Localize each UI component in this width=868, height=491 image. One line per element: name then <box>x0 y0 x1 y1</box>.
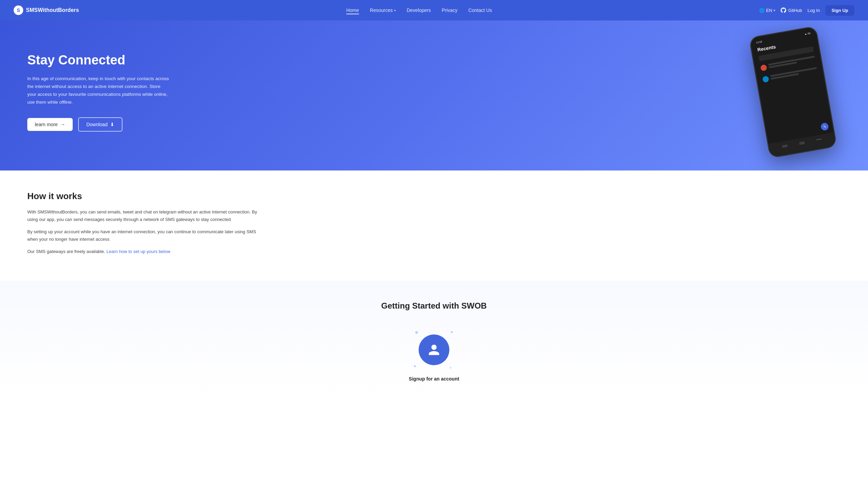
nav-link-contact[interactable]: Contact Us <box>468 8 492 13</box>
download-icon: ⬇ <box>110 122 114 127</box>
telegram-icon <box>762 76 769 83</box>
github-label: GitHub <box>788 8 802 13</box>
getting-started-content: Signup for an account <box>14 328 854 382</box>
how-it-works-para-1: With SMSWithoutBorders, you can send ema… <box>27 208 266 223</box>
phone-mockup: 11:53 ▲ 4G Recents <box>749 26 837 158</box>
brand-letter: S <box>17 8 20 13</box>
nav-link-developers[interactable]: Developers <box>407 8 431 13</box>
phone-nav-home <box>782 145 788 151</box>
github-link[interactable]: GitHub <box>781 8 802 13</box>
phone-nav-back <box>816 138 823 145</box>
learn-setup-link[interactable]: Learn how to set up yours below <box>106 249 170 254</box>
hero-description: In this age of communication, keep in to… <box>27 75 171 106</box>
brand-icon: S <box>14 5 23 15</box>
nav-right: 🌐 EN ▾ GitHub Log In Sign Up <box>759 5 854 16</box>
phone-fab-button: ✎ <box>820 122 829 131</box>
dot-3 <box>414 365 416 367</box>
nav-item-resources[interactable]: Resources ▾ <box>370 8 396 13</box>
dot-4 <box>450 367 451 369</box>
github-icon <box>781 8 786 13</box>
dot-1 <box>415 331 418 334</box>
language-selector[interactable]: 🌐 EN ▾ <box>759 8 775 13</box>
learn-more-button[interactable]: learn more → <box>27 118 73 131</box>
getting-started-section: Getting Started with SWOB Signup for an … <box>0 281 868 395</box>
nav-link-home[interactable]: Home <box>346 8 359 14</box>
nav-links: Home Resources ▾ Developers Privacy Cont… <box>346 7 492 13</box>
gmail-icon <box>760 64 767 71</box>
how-it-works-section: How it works With SMSWithoutBorders, you… <box>0 170 868 281</box>
login-link[interactable]: Log In <box>808 8 820 13</box>
dot-2 <box>451 331 453 333</box>
step-1-container: Signup for an account <box>409 328 459 382</box>
phone-mockup-container: 11:53 ▲ 4G Recents <box>759 31 827 153</box>
phone-screen: 11:53 ▲ 4G Recents <box>750 27 836 157</box>
hero-title: Stay Connected <box>27 53 171 68</box>
globe-icon: 🌐 <box>759 8 765 13</box>
phone-bottom-nav <box>768 132 836 157</box>
navbar: S SMSWithoutBorders Home Resources ▾ Dev… <box>0 0 868 20</box>
arrow-icon: → <box>60 122 65 127</box>
getting-started-title: Getting Started with SWOB <box>14 301 854 311</box>
nav-item-developers[interactable]: Developers <box>407 7 431 13</box>
hero-content: Stay Connected In this age of communicat… <box>27 53 171 131</box>
how-it-works-para-3: Our SMS gateways are freely available. L… <box>27 248 266 255</box>
signup-button[interactable]: Sign Up <box>825 5 854 16</box>
how-it-works-title: How it works <box>27 191 841 202</box>
lang-label: EN <box>766 8 772 13</box>
brand-logo[interactable]: S SMSWithoutBorders <box>14 5 79 15</box>
how-it-works-para-2: By setting up your account while you hav… <box>27 228 266 243</box>
nav-link-resources[interactable]: Resources ▾ <box>370 8 396 13</box>
lang-dropdown-icon: ▾ <box>773 9 775 12</box>
phone-nav-settings <box>799 142 806 148</box>
download-button[interactable]: Download ⬇ <box>78 117 122 132</box>
user-account-icon <box>428 343 440 356</box>
step-1-icon-area <box>412 328 456 372</box>
step-1-icon-bg <box>419 334 449 365</box>
nav-item-home[interactable]: Home <box>346 7 359 13</box>
nav-item-contact[interactable]: Contact Us <box>468 7 492 13</box>
step-1-label: Signup for an account <box>409 376 459 382</box>
nav-link-privacy[interactable]: Privacy <box>442 8 458 13</box>
resources-dropdown-icon: ▾ <box>394 9 396 12</box>
hero-section: Stay Connected In this age of communicat… <box>0 20 868 170</box>
hero-buttons: learn more → Download ⬇ <box>27 117 171 132</box>
nav-item-privacy[interactable]: Privacy <box>442 7 458 13</box>
brand-name: SMSWithoutBorders <box>26 7 79 13</box>
